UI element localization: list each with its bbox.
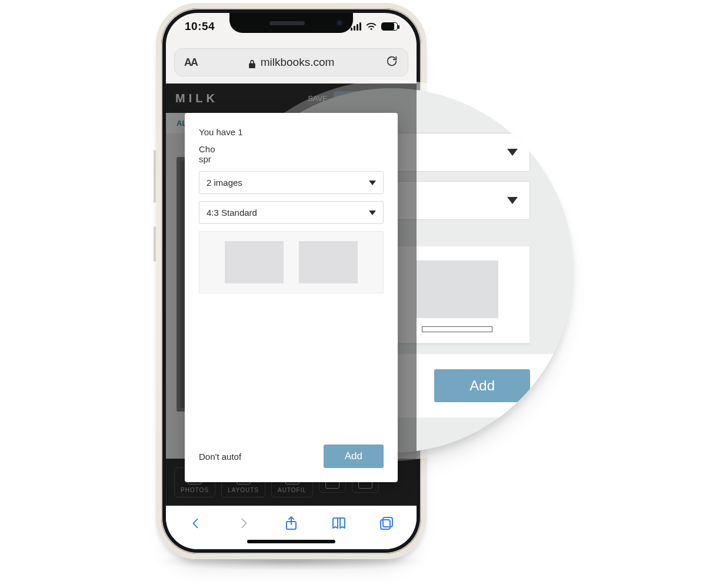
dialog-choose-message: Cho spr [199, 144, 384, 164]
app-viewport: MILK SAVE BUY NOW ALL PAGES | COVER [166, 83, 417, 506]
dialog-count-select[interactable]: 2 images [199, 171, 384, 194]
layout-preview [199, 231, 384, 293]
address-domain: milkbooks.com [261, 56, 335, 69]
phone-mockup: 10:54 AA milkbooks.com [156, 3, 427, 559]
chevron-down-icon [507, 149, 518, 156]
placeholder-image [225, 241, 284, 283]
add-button[interactable]: Add [324, 445, 384, 468]
status-bar: 10:54 [166, 13, 417, 40]
home-indicator[interactable] [247, 540, 335, 543]
share-icon[interactable] [283, 515, 299, 532]
chevron-down-icon [369, 211, 376, 215]
chevron-down-icon [507, 197, 518, 204]
text-size-button[interactable]: AA [184, 56, 197, 69]
cellular-signal-icon [351, 22, 361, 31]
svg-rect-1 [381, 520, 390, 529]
svg-rect-2 [383, 517, 392, 527]
reload-icon[interactable] [385, 55, 398, 70]
placeholder-image [299, 241, 358, 283]
placeholder-caption [422, 326, 492, 332]
placeholder-image [416, 260, 498, 318]
dialog-ratio-select[interactable]: 4:3 Standard [199, 201, 384, 224]
wifi-icon [366, 22, 377, 31]
forward-button[interactable] [235, 515, 252, 532]
safari-address-bar[interactable]: AA milkbooks.com [174, 48, 408, 76]
status-time: 10:54 [185, 20, 215, 33]
battery-icon [381, 22, 398, 31]
bookmarks-icon[interactable] [331, 515, 347, 532]
lock-icon [248, 58, 256, 67]
tabs-icon[interactable] [378, 515, 395, 532]
chevron-down-icon [369, 181, 376, 185]
zoom-add-button[interactable]: Add [434, 369, 530, 402]
back-button[interactable] [188, 515, 204, 532]
autofill-dialog: You have 1 Cho spr 2 images 4:3 Standard [185, 113, 398, 482]
dialog-count-message: You have 1 [199, 127, 384, 137]
dont-autofill-link[interactable]: Don't autof [199, 452, 241, 462]
